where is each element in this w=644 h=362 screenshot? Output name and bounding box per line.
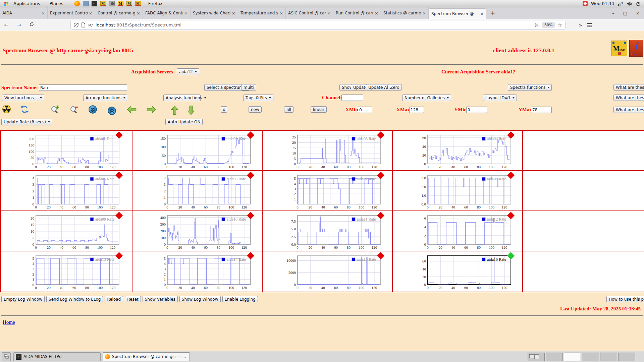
footer-button[interactable]: Send Log Window to ELog	[46, 296, 103, 302]
browser-tab[interactable]: Temperature and stat×	[238, 7, 286, 19]
tab-close-icon[interactable]: ×	[327, 11, 331, 16]
ymax-input[interactable]	[531, 107, 552, 113]
workspace-cell[interactable]	[582, 353, 599, 361]
arrow-down-icon[interactable]	[187, 105, 197, 116]
spectrum-chart[interactable]: 0204060801001200500010000aida15 Rate	[263, 251, 393, 292]
tab-close-icon[interactable]: ×	[184, 11, 188, 16]
midas-logo[interactable]: Midas	[611, 41, 627, 56]
gallery-cell-aida01[interactable]: 020406080100120050100150200aida01 Rate	[1, 131, 132, 171]
tab-close-icon[interactable]: ×	[375, 11, 378, 16]
workspace-cell[interactable]	[564, 353, 581, 361]
permissions-icon[interactable]	[88, 23, 93, 27]
files-launcher-icon[interactable]	[83, 1, 89, 6]
spectrum-chart[interactable]: 020406080100120050100150200aida01 Rate	[1, 131, 132, 171]
clock[interactable]: Wed 01:13	[591, 1, 614, 6]
tab-close-icon[interactable]: ×	[232, 11, 235, 16]
xmax-input[interactable]	[409, 107, 424, 113]
radiation-icon[interactable]	[2, 105, 11, 115]
auto-update-button[interactable]: Auto Update ON	[165, 119, 203, 125]
tags-fits-dropdown[interactable]: Tags & Fits	[243, 95, 273, 101]
gallery-cell-aida09[interactable]: 02040608010012005101520aida09 Rate	[1, 211, 132, 251]
gallery-cell-aida10[interactable]: 0204060801001200100200300400aida10 Rate	[132, 211, 263, 251]
browser-tab[interactable]: Control @ carme-gsi×	[95, 7, 143, 19]
linear-button[interactable]: linear	[311, 106, 327, 113]
update-notifier-icon[interactable]	[583, 1, 588, 6]
gallery-cell-aida16[interactable]: 0204060801001200204060aida16 Rate	[393, 251, 523, 292]
spectra-functions-dropdown[interactable]: Spectra functions	[508, 84, 552, 91]
tab-close-icon[interactable]: ×	[137, 11, 140, 16]
tab-close-icon[interactable]: ×	[480, 11, 484, 16]
gallery-cell-aida06[interactable]: 02040608010012001234aida06 Rate	[132, 171, 263, 211]
page-info-icon[interactable]	[81, 22, 86, 27]
browser-tab[interactable]: AIDA×	[0, 7, 48, 19]
zero-button[interactable]: Zero	[388, 84, 402, 90]
browser-tab[interactable]: Statistics @ carme-g×	[381, 7, 429, 19]
browser-tab[interactable]: Spectrum Browser @×	[429, 8, 486, 19]
all-button[interactable]: all	[284, 106, 293, 113]
gallery-cell-aida03[interactable]: 0204060801001200510152025aida03 Rate	[263, 131, 393, 171]
workspace-cell[interactable]	[600, 353, 617, 361]
footer-button[interactable]: Reload	[105, 296, 123, 302]
spectrum-chart[interactable]: 02040608010012005101520aida09 Rate	[1, 211, 132, 251]
gallery-cell-aida13[interactable]: 020406080100120012345aida13 Rate	[1, 251, 132, 292]
arrow-up-icon[interactable]	[169, 105, 179, 116]
channel-input[interactable]	[341, 95, 363, 101]
what-are-these-button-1[interactable]: What are these?	[613, 84, 644, 90]
ymin-input[interactable]	[466, 107, 487, 113]
arrow-right-icon[interactable]	[146, 105, 157, 115]
gallery-cell-aida14[interactable]: 020406080100120012345aida14 Rate	[132, 251, 263, 292]
what-are-these-button-3[interactable]: What are these?	[613, 107, 644, 113]
tab-close-icon[interactable]: ×	[422, 11, 426, 16]
spectrum-chart[interactable]: 020406080100120050100150aida02 Rate	[132, 131, 263, 171]
forward-button[interactable]: →	[12, 22, 25, 28]
spectrum-chart[interactable]: 02040608010012001234aida05 Rate	[1, 171, 132, 211]
workspace-cell[interactable]	[618, 353, 635, 361]
tab-close-icon[interactable]: ×	[41, 11, 45, 16]
screenshot-launcher-icon[interactable]	[109, 1, 115, 6]
multi-button[interactable]: multi	[241, 84, 256, 90]
analysis-functions-dropdown[interactable]: Analysis functions	[163, 95, 201, 101]
tab-close-icon[interactable]: ×	[279, 11, 283, 16]
window-close-button[interactable]: ×	[632, 7, 644, 19]
back-button[interactable]: ←	[0, 22, 12, 28]
view-functions-dropdown[interactable]: View functions	[2, 95, 44, 101]
refresh-icon[interactable]	[20, 105, 29, 115]
reader-mode-icon[interactable]	[535, 23, 539, 27]
spectrum-name-input[interactable]	[39, 84, 127, 91]
terminal-launcher-icon[interactable]: >_	[92, 1, 97, 6]
what-are-these-button-2[interactable]: What are these?	[613, 95, 644, 101]
gallery-cell-aida05[interactable]: 02040608010012001234aida05 Rate	[1, 171, 132, 211]
tcl-logo[interactable]: TCL	[629, 40, 643, 57]
footer-button[interactable]: Show Variables	[143, 296, 178, 302]
browser-tab[interactable]: ASIC Control @ carm×	[286, 7, 333, 19]
show-desktop-button[interactable]	[2, 352, 11, 361]
layout-id-dropdown[interactable]: Layout ID=1	[483, 95, 517, 101]
update-rate-dropdown[interactable]: Update Rate (8 secs)	[1, 119, 52, 125]
spectrum-chart[interactable]: 0204060801001200.02.55.07.5aida11 Rate	[263, 211, 393, 251]
network-status-icon[interactable]: ?	[618, 1, 624, 6]
gallery-cell-aida02[interactable]: 020406080100120050100150aida02 Rate	[132, 131, 263, 171]
gallery-cell-aida12[interactable]: 0204060801001200246aida12 Rate	[393, 211, 523, 251]
workspace-cell[interactable]	[546, 353, 563, 361]
spectrum-chart[interactable]: 020406080100120012345aida13 Rate	[1, 251, 132, 292]
footer-button[interactable]: Enable Logging	[222, 296, 258, 302]
zoom-in-icon[interactable]	[50, 105, 60, 115]
arrange-functions-dropdown[interactable]: Arrange functions	[83, 95, 127, 101]
spectrum-chart[interactable]: 0204060801001200204060aida04 Rate	[393, 131, 523, 171]
power-icon[interactable]	[636, 1, 641, 6]
arrow-left-icon[interactable]	[126, 105, 137, 115]
footer-button[interactable]: Show Log Window	[179, 296, 221, 302]
tab-close-icon[interactable]: ×	[89, 11, 93, 16]
spectrum-chart[interactable]: 0204060801001200204060aida16 Rate	[393, 251, 523, 292]
reload-button[interactable]	[25, 22, 38, 28]
new-tab-button[interactable]: +	[486, 7, 499, 19]
xmin-input[interactable]	[358, 107, 372, 113]
spectrum-chart[interactable]: 0204060801001200246aida12 Rate	[393, 211, 523, 251]
spectrum-chart[interactable]: 0204060801001200.01.02.03.0aida08 Rate	[393, 171, 523, 211]
browser-tab[interactable]: Run Control @ carme×	[333, 7, 381, 19]
spectrum-chart[interactable]: 02040608010012001234aida06 Rate	[132, 171, 263, 211]
gallery-cell-aida07[interactable]: 02040608010012012345aida07 Rate	[263, 171, 393, 211]
window-minimize-button[interactable]: –	[608, 7, 619, 19]
browser-tab[interactable]: System wide Checks×	[191, 7, 238, 19]
gallery-cell-aida15[interactable]: 0204060801001200500010000aida15 Rate	[263, 251, 393, 292]
